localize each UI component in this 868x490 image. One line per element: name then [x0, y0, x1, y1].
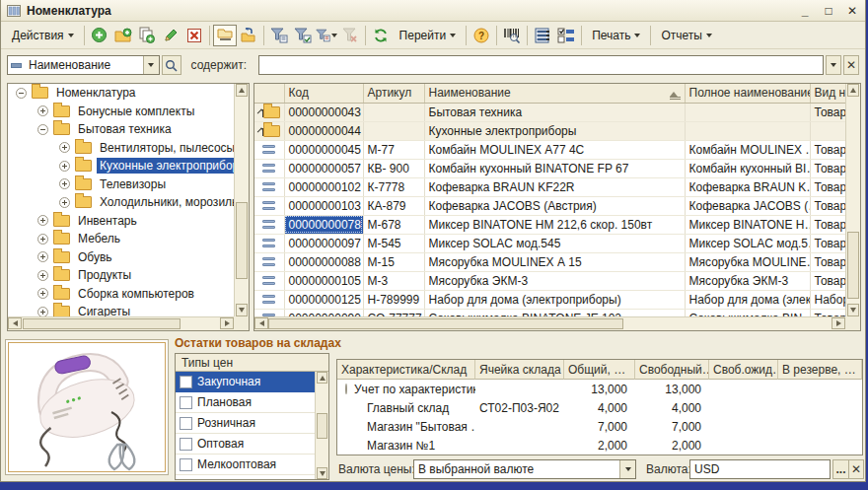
scroll-up-button[interactable]	[317, 372, 327, 384]
stock-row[interactable]: Магазин "Бытовая … 7,000 7,000	[337, 417, 862, 436]
search-input[interactable]	[258, 55, 824, 75]
expand-icon[interactable]	[37, 270, 48, 281]
checkbox-icon[interactable]	[180, 438, 192, 451]
scroll-down-button[interactable]	[236, 304, 248, 316]
reports-menu-button[interactable]: Отчеты	[654, 25, 718, 46]
price-type-row[interactable]: Мелкооптовая	[176, 455, 315, 475]
currency-clear-button[interactable]: ✕	[848, 459, 864, 479]
list-row-selected[interactable]: 00000000078М-678 Миксер BINATONE HM 212,…	[254, 215, 845, 234]
column-header-code[interactable]: Код	[284, 84, 363, 103]
search-button[interactable]	[162, 55, 181, 75]
list-row[interactable]: 00000000088М-15 Мясорубка MOULINEX А 15М…	[254, 252, 845, 271]
edit-button[interactable]	[159, 25, 182, 46]
filter-and-sort-button[interactable]	[291, 25, 315, 46]
currency-field[interactable]: USD	[689, 459, 831, 479]
tree-item[interactable]: Инвентарь	[8, 212, 234, 231]
collapse-icon[interactable]	[345, 384, 347, 394]
tree-item[interactable]: Телевизоры	[8, 175, 234, 194]
expand-icon[interactable]	[59, 142, 70, 153]
search-history-dropdown[interactable]	[826, 55, 841, 75]
list-row-group[interactable]: 00000000044 Кухонные электроприборы	[254, 121, 845, 140]
checkbox-icon[interactable]	[180, 479, 192, 480]
tree-item[interactable]: Обувь	[8, 248, 234, 267]
list-row[interactable]: 00000000090СО-77777 Соковыжималка BINATO…	[254, 309, 845, 316]
expand-icon[interactable]	[59, 197, 70, 208]
price-type-row[interactable]: Плановая	[176, 392, 315, 413]
expand-icon[interactable]	[59, 161, 70, 172]
column-header-fullname[interactable]: Полное наименование	[685, 84, 810, 103]
clear-search-button[interactable]: ✕	[843, 55, 859, 75]
list-row[interactable]: 00000000045М-77 Комбайн MOULINEX А77 4СК…	[254, 140, 845, 159]
column-header-kind[interactable]: Вид но	[810, 84, 845, 103]
scroll-thumb[interactable]	[268, 318, 623, 329]
column-header-reserved[interactable]: В резерве, …	[778, 360, 862, 380]
list-row[interactable]: 00000000105М-3 Мясорубка ЭКМ-3Мясорубка …	[254, 271, 845, 290]
scroll-thumb[interactable]	[236, 202, 248, 279]
scroll-up-button[interactable]	[847, 84, 859, 97]
column-header-free-expected[interactable]: Своб.ожид…	[709, 360, 778, 380]
scroll-thumb[interactable]	[23, 318, 181, 329]
move-to-group-button[interactable]	[237, 25, 260, 46]
set-filter-button[interactable]	[267, 25, 291, 46]
current-cell[interactable]: 00000000078	[284, 215, 363, 234]
checkbox-icon[interactable]	[180, 376, 192, 388]
tree-item[interactable]: Бытовая техника	[8, 120, 234, 139]
tree-item[interactable]: Сборка компьютеров	[8, 285, 234, 304]
price-currency-select[interactable]: В выбранной валюте	[413, 459, 636, 479]
list-vertical-scrollbar[interactable]	[845, 84, 860, 316]
scroll-right-button[interactable]	[220, 317, 234, 329]
tree-item[interactable]: Холодильники, морозильнь	[8, 193, 234, 212]
price-types-scrollbar[interactable]	[315, 372, 328, 479]
filter-by-value-button[interactable]	[315, 25, 338, 46]
add-group-button[interactable]	[111, 25, 135, 46]
print-menu-button[interactable]: Печать	[585, 25, 647, 46]
tree-vertical-scrollbar[interactable]	[234, 84, 249, 316]
expand-icon[interactable]	[37, 307, 48, 316]
help-button[interactable]: ?	[470, 25, 493, 46]
tree-item[interactable]: Продукты	[8, 266, 234, 285]
expand-icon[interactable]	[37, 215, 48, 226]
tree-item[interactable]: Сигареты	[8, 303, 234, 316]
list-row[interactable]: 00000000097М-545 Миксер SOLAC мод.545Мик…	[254, 234, 845, 252]
price-type-row-selected[interactable]: Закупочная	[176, 372, 315, 392]
delete-button[interactable]	[182, 25, 206, 46]
price-type-row[interactable]: Розничная	[176, 413, 315, 434]
expand-icon[interactable]	[37, 234, 48, 245]
scroll-up-button[interactable]	[236, 84, 248, 97]
expand-icon[interactable]	[37, 251, 48, 262]
scroll-thumb[interactable]	[847, 232, 859, 299]
clear-filter-button[interactable]	[338, 25, 362, 46]
barcode-scanner-button[interactable]	[500, 25, 524, 46]
refresh-button[interactable]	[369, 25, 393, 46]
tree-horizontal-scrollbar[interactable]	[8, 316, 234, 330]
price-type-row-partial[interactable]	[176, 475, 315, 479]
column-header-name[interactable]: Наименование	[424, 84, 685, 103]
column-header-free[interactable]: Свободный…	[635, 360, 709, 380]
column-header-article[interactable]: Артикул	[363, 84, 424, 103]
chevron-down-icon[interactable]	[143, 56, 159, 74]
list-row[interactable]: 00000000102К-7778 Кофеварка BRAUN KF22RК…	[254, 177, 845, 196]
search-field-selector[interactable]: Наименование	[7, 55, 160, 75]
list-row[interactable]: 00000000057КВ- 900 Комбайн кухонный BINA…	[254, 159, 845, 177]
expand-icon[interactable]	[37, 288, 48, 299]
goto-menu-button[interactable]: Перейти	[393, 25, 464, 46]
expand-icon[interactable]	[59, 178, 70, 189]
chevron-down-icon[interactable]	[619, 460, 635, 478]
scroll-thumb[interactable]	[317, 413, 327, 439]
multi-select-list-button[interactable]	[554, 25, 578, 46]
checkbox-icon[interactable]	[180, 396, 192, 409]
scroll-right-button[interactable]	[832, 317, 845, 329]
price-type-row[interactable]: Оптовая	[176, 434, 315, 455]
stock-row-group[interactable]: Учет по характеристик… 13,000 13,000	[337, 380, 862, 398]
column-header-characteristic[interactable]: Характеристика/Склад	[337, 360, 475, 380]
column-header-total[interactable]: Общий, …	[564, 360, 635, 380]
list-settings-button[interactable]	[531, 25, 554, 46]
stock-row[interactable]: Главный склад СТ02-П03-Я02 4,000 4,000	[337, 398, 862, 417]
scroll-left-button[interactable]	[254, 317, 268, 329]
expand-icon[interactable]	[37, 105, 48, 116]
currency-pick-button[interactable]: ...	[832, 459, 849, 479]
tree-item[interactable]: Бонусные комплекты	[8, 103, 234, 121]
list-row[interactable]: 00000000103КА-879 Кофеварка JACOBS (Авст…	[254, 196, 845, 215]
collapse-icon[interactable]	[37, 124, 48, 135]
scroll-down-button[interactable]	[847, 304, 859, 316]
